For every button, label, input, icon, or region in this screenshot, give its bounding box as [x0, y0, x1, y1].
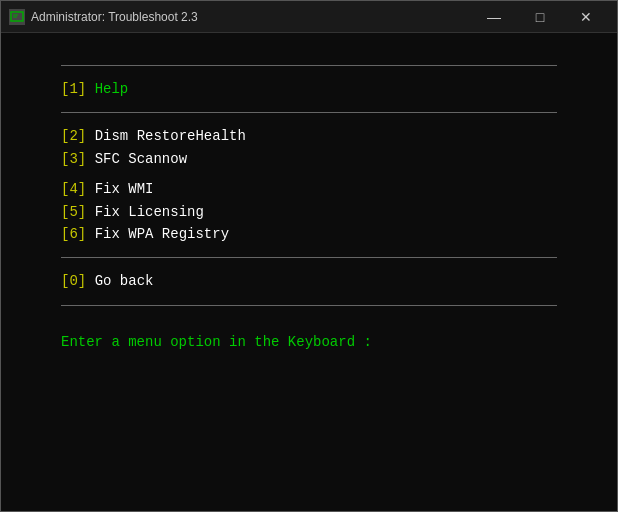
menu-key-4: [4] [61, 181, 86, 197]
menu-item-4[interactable]: [4] Fix WMI [61, 178, 557, 200]
menu-label-4: Fix WMI [95, 181, 154, 197]
menu-item-2[interactable]: [2] Dism RestoreHealth [61, 125, 557, 147]
menu-key-2: [2] [61, 128, 86, 144]
title-bar-left: Administrator: Troubleshoot 2.3 [9, 9, 198, 25]
divider-top [61, 65, 557, 66]
menu-item-3[interactable]: [3] SFC Scannow [61, 148, 557, 170]
spacer-1 [61, 170, 557, 178]
maximize-button[interactable]: □ [517, 1, 563, 33]
menu-key-1: [1] [61, 81, 86, 97]
menu-key-6: [6] [61, 226, 86, 242]
main-window: Administrator: Troubleshoot 2.3 — □ ✕ [1… [0, 0, 618, 512]
menu-key-5: [5] [61, 204, 86, 220]
menu-item-6[interactable]: [6] Fix WPA Registry [61, 223, 557, 245]
title-bar: Administrator: Troubleshoot 2.3 — □ ✕ [1, 1, 617, 33]
menu-item-5[interactable]: [5] Fix Licensing [61, 201, 557, 223]
menu-label-3: SFC Scannow [95, 151, 187, 167]
divider-3 [61, 305, 557, 306]
menu-key-3: [3] [61, 151, 86, 167]
divider-1 [61, 112, 557, 113]
close-button[interactable]: ✕ [563, 1, 609, 33]
menu-label-2: Dism RestoreHealth [95, 128, 246, 144]
menu-label-1: Help [95, 81, 129, 97]
menu-label-6: Fix WPA Registry [95, 226, 229, 242]
menu-key-0: [0] [61, 273, 86, 289]
prompt-line[interactable]: Enter a menu option in the Keyboard : [61, 334, 557, 350]
app-icon [9, 9, 25, 25]
menu-item-1[interactable]: [1] Help [61, 78, 557, 100]
menu-label-0: Go back [95, 273, 154, 289]
window-title: Administrator: Troubleshoot 2.3 [31, 10, 198, 24]
title-bar-controls: — □ ✕ [471, 1, 609, 33]
divider-2 [61, 257, 557, 258]
console-area: [1] Help [2] Dism RestoreHealth [3] SFC … [1, 33, 617, 511]
menu-label-5: Fix Licensing [95, 204, 204, 220]
menu-item-0[interactable]: [0] Go back [61, 270, 557, 292]
minimize-button[interactable]: — [471, 1, 517, 33]
